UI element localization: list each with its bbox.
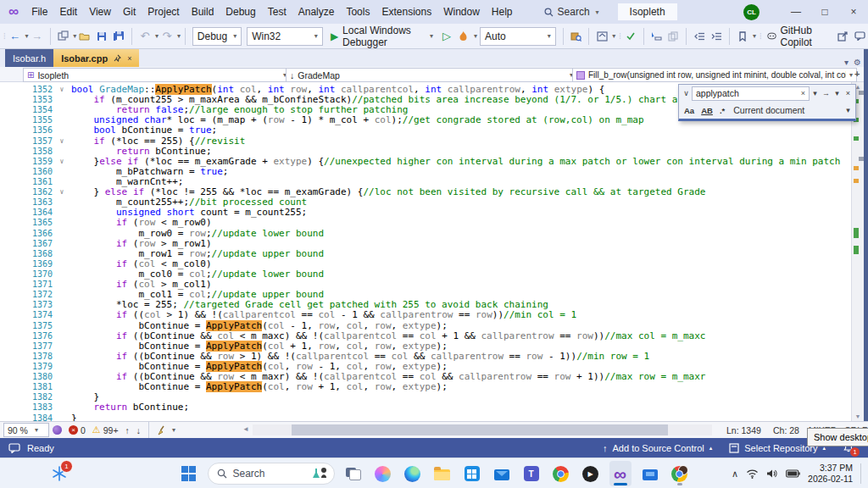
battery-icon[interactable]	[786, 469, 800, 478]
regex-toggle[interactable]: .*	[720, 106, 725, 115]
find-in-files-button[interactable]	[568, 27, 583, 46]
code-health-icon[interactable]	[53, 425, 62, 435]
redo-caret-icon[interactable]: ▾	[177, 32, 181, 40]
scroll-down-icon[interactable]: ▼	[852, 413, 864, 419]
visual-studio-button[interactable]: ∞	[609, 461, 632, 486]
line-indicator[interactable]: Ln: 1349	[726, 425, 761, 435]
add-to-source-control-button[interactable]: ↑ Add to Source Control ▴	[603, 443, 712, 453]
increase-indent-button[interactable]	[709, 27, 724, 46]
new-caret-icon[interactable]: ▾	[73, 32, 76, 40]
feedback-bubble-icon[interactable]	[8, 443, 20, 453]
match-whole-word-toggle[interactable]: AB	[701, 106, 713, 115]
menu-edit[interactable]: Edit	[53, 0, 83, 24]
code-editor[interactable]: 1352∨bool GradeMap::ApplyPatch(int col, …	[0, 82, 868, 421]
vertical-scrollbar[interactable]: ▲ ▼	[851, 82, 864, 421]
back-caret-icon[interactable]: ▾	[25, 32, 29, 40]
clear-search-icon[interactable]: ×	[801, 89, 805, 97]
close-button[interactable]: ×	[839, 0, 868, 24]
media-player-button[interactable]: ▶	[580, 461, 602, 486]
maximize-button[interactable]: □	[810, 0, 839, 24]
code-cleanup-button[interactable]: ▾	[157, 425, 175, 435]
start-without-debugging-button[interactable]: ▷	[439, 27, 454, 46]
split-window-icon[interactable]: +	[854, 69, 860, 79]
horizontal-scrollbar[interactable]	[253, 424, 712, 435]
menu-window[interactable]: Window	[437, 0, 486, 24]
find-options-caret-icon[interactable]: ▾	[832, 89, 843, 97]
menu-project[interactable]: Project	[142, 0, 185, 24]
decrease-indent-button[interactable]	[692, 27, 707, 46]
menu-build[interactable]: Build	[186, 0, 220, 24]
minimize-button[interactable]: —	[782, 0, 810, 24]
tray-overflow-chevron-icon[interactable]: ∧	[732, 469, 738, 480]
wifi-icon[interactable]	[746, 469, 759, 479]
match-case-toggle[interactable]: Aa	[684, 106, 694, 115]
bookmark-caret-icon[interactable]: ▾	[753, 32, 756, 40]
fold-chevron-icon[interactable]: ∨	[53, 157, 71, 167]
solution-name[interactable]: Isopleth	[618, 3, 677, 20]
outlook-button[interactable]	[491, 461, 513, 486]
menu-help[interactable]: Help	[486, 0, 519, 24]
file-explorer-button[interactable]	[431, 461, 453, 486]
github-copilot-button[interactable]: GitHub Copilot	[767, 25, 829, 48]
search-control[interactable]: Search ▾	[537, 6, 606, 18]
start-debugging-button[interactable]: ▶ Local Windows Debugger ▾	[331, 25, 433, 48]
solution-platform-select[interactable]: Win32 ▾	[247, 27, 323, 46]
save-button[interactable]	[94, 27, 109, 46]
menu-extensions[interactable]: Extensions	[376, 0, 437, 24]
navigate-forward-button[interactable]: →	[30, 27, 45, 46]
chrome-profile-button[interactable]	[669, 461, 691, 486]
undo-caret-icon[interactable]: ▾	[155, 32, 159, 40]
tab-overflow-caret-icon[interactable]: ▾	[844, 58, 849, 67]
tab-options-gear-icon[interactable]: ⚙	[854, 58, 861, 67]
type-dropdown[interactable]: ↓ GradeMap ▾	[286, 68, 577, 82]
redo-button[interactable]: ↷	[159, 27, 175, 46]
menu-test[interactable]: Test	[262, 0, 292, 24]
bookmark-button[interactable]	[735, 27, 750, 46]
zoom-select[interactable]: 90 % ▾	[3, 423, 49, 437]
show-desktop-strip[interactable]	[860, 463, 861, 484]
save-all-button[interactable]	[111, 27, 126, 46]
menu-tools[interactable]: Tools	[340, 0, 376, 24]
debug-target-select[interactable]: Auto ▾	[480, 27, 556, 46]
next-issue-button[interactable]: ↓	[136, 425, 141, 435]
user-avatar[interactable]: CL	[743, 4, 760, 20]
navigate-back-button[interactable]: ←	[8, 27, 23, 46]
close-find-icon[interactable]: ×	[843, 89, 854, 97]
taskbar-search-box[interactable]: Search	[208, 463, 335, 485]
menu-git[interactable]: Git	[117, 0, 142, 24]
menu-view[interactable]: View	[83, 0, 117, 24]
search-scope-select[interactable]: Current document	[733, 105, 804, 115]
task-view-button[interactable]	[342, 461, 364, 486]
new-project-button[interactable]	[55, 27, 70, 46]
horizontal-scroll-thumb[interactable]	[292, 424, 668, 435]
menu-file[interactable]: File	[25, 0, 53, 24]
error-count[interactable]: × 0	[69, 425, 86, 435]
project-dropdown[interactable]: ⊞ Isopleth ▾	[23, 68, 291, 82]
navigate-cursor-button[interactable]	[648, 27, 664, 46]
volume-icon[interactable]	[766, 469, 778, 479]
open-file-button[interactable]	[77, 27, 92, 46]
find-input[interactable]: applypatch ×	[692, 86, 810, 101]
copy-reference-button[interactable]	[665, 27, 681, 46]
search-history-caret-icon[interactable]: ▾	[810, 89, 821, 97]
run-tests-button[interactable]	[623, 27, 638, 46]
copilot-button[interactable]	[372, 461, 394, 486]
previous-issue-button[interactable]: ↑	[125, 425, 130, 435]
remote-desktop-button[interactable]	[639, 461, 661, 486]
warning-count[interactable]: ⚠ 99+	[92, 424, 119, 435]
menu-analyze[interactable]: Analyze	[292, 0, 341, 24]
undo-button[interactable]: ↶	[137, 27, 153, 46]
share-button[interactable]	[835, 27, 850, 46]
fold-chevron-icon[interactable]: ∨	[53, 187, 71, 197]
chevron-down-icon[interactable]: ▾	[612, 32, 615, 40]
tab-isobar-h[interactable]: Isobar.h	[5, 49, 53, 67]
solution-configuration-select[interactable]: Debug ▾	[192, 27, 242, 46]
fold-chevron-icon[interactable]: ∨	[53, 136, 71, 147]
scope-caret-icon[interactable]: ▾	[843, 106, 854, 114]
expand-replace-icon[interactable]: ∨	[681, 89, 692, 97]
solution-explorer-button[interactable]	[594, 27, 609, 46]
edge-button[interactable]	[402, 461, 424, 486]
close-tab-icon[interactable]: ×	[127, 54, 131, 63]
microsoft-store-button[interactable]	[461, 461, 483, 486]
fold-chevron-icon[interactable]: ∨	[53, 85, 71, 95]
